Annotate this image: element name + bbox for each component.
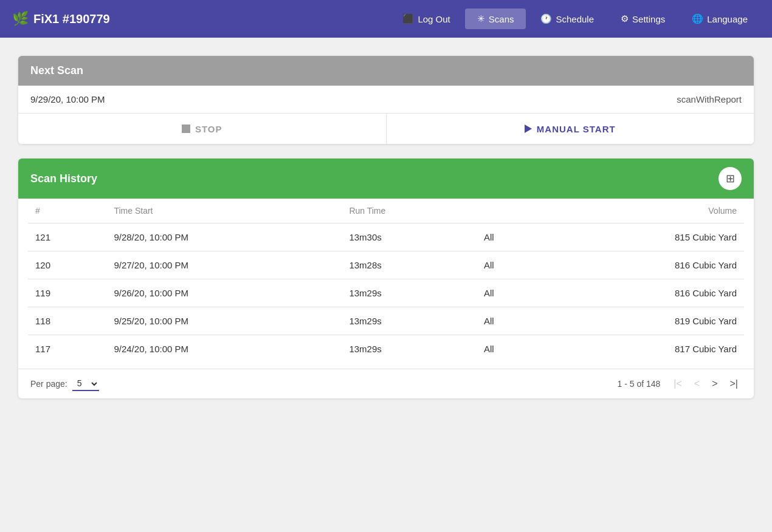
cell-scope: All: [477, 223, 542, 251]
col-header-volume: Volume: [542, 199, 744, 223]
logout-button[interactable]: ⬛ Log Out: [394, 10, 458, 28]
brand-icon: 🌿: [12, 11, 29, 27]
play-icon: [525, 124, 532, 133]
stop-label: STOP: [195, 124, 222, 134]
brand-name: FiX1 #190779: [33, 12, 110, 26]
per-page-select[interactable]: 5 10 25 50: [72, 377, 99, 391]
per-page-label: Per page:: [30, 379, 67, 389]
cell-volume: 816 Cubic Yard: [542, 279, 744, 307]
per-page-control: Per page: 5 10 25 50: [30, 377, 99, 391]
tab-schedule-label: Schedule: [556, 14, 594, 24]
cell-num: 119: [28, 279, 106, 307]
tab-language[interactable]: 🌐 Language: [680, 9, 760, 29]
cell-run-time: 13m29s: [342, 307, 477, 335]
cell-scope: All: [477, 335, 542, 363]
next-scan-datetime: 9/29/20, 10:00 PM: [30, 94, 105, 104]
page-info: 1 - 5 of 148: [617, 379, 660, 389]
schedule-icon: 🕐: [540, 13, 552, 24]
cell-scope: All: [477, 279, 542, 307]
cell-num: 118: [28, 307, 106, 335]
next-scan-header: Next Scan: [18, 56, 754, 86]
cell-time-start: 9/26/20, 10:00 PM: [106, 279, 342, 307]
cell-run-time: 13m29s: [342, 279, 477, 307]
cell-volume: 815 Cubic Yard: [542, 223, 744, 251]
tab-schedule[interactable]: 🕐 Schedule: [528, 9, 606, 29]
language-icon: 🌐: [692, 13, 703, 24]
manual-start-button[interactable]: MANUAL START: [387, 114, 754, 144]
stop-icon: [182, 124, 190, 133]
scans-icon: ✳: [477, 13, 485, 24]
scan-table-body: 121 9/28/20, 10:00 PM 13m30s All 815 Cub…: [28, 223, 744, 363]
scan-type: scanWithReport: [677, 94, 742, 104]
table-header: # Time Start Run Time Volume: [28, 199, 744, 223]
cell-run-time: 13m29s: [342, 335, 477, 363]
cell-run-time: 13m28s: [342, 251, 477, 279]
table-row[interactable]: 117 9/24/20, 10:00 PM 13m29s All 817 Cub…: [28, 335, 744, 363]
next-scan-card: Next Scan 9/29/20, 10:00 PM scanWithRepo…: [18, 56, 754, 144]
tab-scans[interactable]: ✳ Scans: [465, 9, 526, 29]
tab-language-label: Language: [707, 14, 748, 24]
last-page-button[interactable]: >|: [726, 377, 742, 390]
table-header-row: # Time Start Run Time Volume: [28, 199, 744, 223]
table-row[interactable]: 120 9/27/20, 10:00 PM 13m28s All 816 Cub…: [28, 251, 744, 279]
col-header-scope: [477, 199, 542, 223]
scan-history-table: # Time Start Run Time Volume 121 9/28/20…: [28, 199, 744, 363]
manual-start-label: MANUAL START: [537, 124, 616, 134]
logout-icon: ⬛: [402, 13, 414, 24]
table-row[interactable]: 118 9/25/20, 10:00 PM 13m29s All 819 Cub…: [28, 307, 744, 335]
table-row[interactable]: 121 9/28/20, 10:00 PM 13m30s All 815 Cub…: [28, 223, 744, 251]
logout-label: Log Out: [418, 14, 450, 24]
cell-time-start: 9/25/20, 10:00 PM: [106, 307, 342, 335]
tab-scans-label: Scans: [489, 14, 514, 24]
cell-volume: 816 Cubic Yard: [542, 251, 744, 279]
cell-num: 121: [28, 223, 106, 251]
table-icon: ⊞: [726, 172, 735, 185]
pagination-bar: Per page: 5 10 25 50 1 - 5 of 148 |< < >…: [18, 369, 754, 398]
cell-time-start: 9/28/20, 10:00 PM: [106, 223, 342, 251]
next-scan-title: Next Scan: [30, 64, 83, 77]
col-header-time-start: Time Start: [106, 199, 342, 223]
cell-num: 117: [28, 335, 106, 363]
next-scan-actions: STOP MANUAL START: [18, 114, 754, 144]
brand: 🌿 FiX1 #190779: [12, 11, 110, 27]
col-header-run-time: Run Time: [342, 199, 477, 223]
cell-scope: All: [477, 307, 542, 335]
scan-history-table-wrapper: # Time Start Run Time Volume 121 9/28/20…: [18, 199, 754, 369]
cell-volume: 817 Cubic Yard: [542, 335, 744, 363]
cell-scope: All: [477, 251, 542, 279]
main-content: Next Scan 9/29/20, 10:00 PM scanWithRepo…: [0, 38, 772, 417]
first-page-button[interactable]: |<: [670, 377, 686, 390]
next-scan-info: 9/29/20, 10:00 PM scanWithReport: [18, 86, 754, 114]
navbar: 🌿 FiX1 #190779 ⬛ Log Out ✳ Scans 🕐 Sched…: [0, 0, 772, 38]
cell-time-start: 9/24/20, 10:00 PM: [106, 335, 342, 363]
scan-history-card: Scan History ⊞ # Time Start Run Time Vol…: [18, 159, 754, 398]
cell-run-time: 13m30s: [342, 223, 477, 251]
settings-icon: ⚙: [621, 13, 629, 24]
stop-button[interactable]: STOP: [18, 114, 387, 144]
cell-num: 120: [28, 251, 106, 279]
col-header-num: #: [28, 199, 106, 223]
cell-volume: 819 Cubic Yard: [542, 307, 744, 335]
tab-settings[interactable]: ⚙ Settings: [608, 9, 677, 29]
scan-history-title: Scan History: [30, 172, 97, 185]
pagination-controls: 1 - 5 of 148 |< < > >|: [617, 377, 742, 390]
next-page-button[interactable]: >: [708, 377, 721, 390]
cell-time-start: 9/27/20, 10:00 PM: [106, 251, 342, 279]
scan-history-header: Scan History ⊞: [18, 159, 754, 199]
nav-tabs: ✳ Scans 🕐 Schedule ⚙ Settings 🌐 Language: [465, 9, 760, 29]
tab-settings-label: Settings: [632, 14, 665, 24]
history-table-icon-button[interactable]: ⊞: [719, 167, 742, 190]
prev-page-button[interactable]: <: [691, 377, 703, 390]
table-row[interactable]: 119 9/26/20, 10:00 PM 13m29s All 816 Cub…: [28, 279, 744, 307]
